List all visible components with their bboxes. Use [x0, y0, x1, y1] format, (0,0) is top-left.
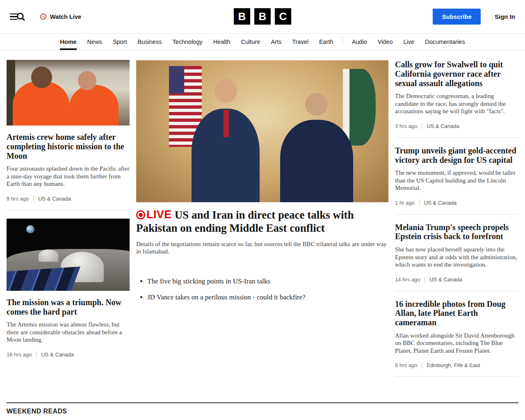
lead-summary: Details of the negotiations remain scarc… — [136, 240, 388, 256]
article-divider — [395, 291, 518, 291]
nav-item-technology[interactable]: Technology — [167, 34, 208, 50]
nav-item-health[interactable]: Health — [208, 34, 236, 50]
artemis-crew-image[interactable] — [7, 60, 130, 126]
article-summary: The new monument, if approved, would be … — [395, 169, 518, 192]
bbc-logo[interactable]: B B C — [234, 8, 291, 25]
center-column: LIVEUS and Iran in direct peace talks wi… — [136, 60, 388, 385]
moon-base-image[interactable] — [7, 219, 130, 291]
article-meta: 8 hrs ago Edinburgh, Fife & East — [395, 362, 518, 368]
subscribe-button[interactable]: Subscribe — [433, 9, 481, 25]
nav-item-business[interactable]: Business — [132, 34, 167, 50]
section-tag-link[interactable]: US & Canada — [419, 200, 457, 206]
article-mission-triumph: The mission was a triumph. Now comes the… — [7, 219, 130, 358]
article-artemis-crew: Artemis crew home safely after completin… — [7, 60, 130, 202]
pakistan-flag — [343, 69, 376, 146]
article-headline[interactable]: Melania Trump's speech propels Epstein c… — [395, 223, 518, 242]
watch-live-link[interactable]: Watch Live — [40, 14, 81, 20]
article-summary: Allan worked alongside Sir David Attenbo… — [395, 332, 518, 354]
nav-item-home[interactable]: Home — [55, 34, 82, 50]
section-tag-link[interactable]: US & Canada — [36, 352, 74, 358]
article-divider — [7, 210, 130, 210]
timestamp: 1 hr ago — [395, 200, 415, 206]
nav-item-arts[interactable]: Arts — [265, 34, 287, 50]
section-tag-link[interactable]: Edinburgh, Fife & East — [422, 362, 480, 368]
article-summary: Four astronauts splashed down in the Pac… — [7, 165, 130, 187]
article-doug-allan: 16 incredible photos from Doug Allan, la… — [395, 299, 518, 369]
article-victory-arch: Trump unveils giant gold-accented victor… — [395, 146, 518, 206]
timestamp: 3 hrs ago — [395, 123, 417, 129]
article-divider — [395, 137, 518, 138]
search-icon — [16, 11, 26, 22]
related-link[interactable]: The five big sticking points in US-Iran … — [147, 277, 388, 285]
live-dot-icon — [136, 210, 145, 219]
section-tag-link[interactable]: US & Canada — [33, 196, 71, 202]
lead-headline[interactable]: LIVEUS and Iran in direct peace talks wi… — [136, 208, 388, 235]
live-label: LIVE — [146, 208, 172, 221]
nav-item-audio[interactable]: Audio — [347, 34, 372, 50]
menu-search-button[interactable] — [10, 11, 26, 22]
nav-item-news[interactable]: News — [82, 34, 107, 50]
timestamp: 16 hrs ago — [7, 352, 32, 358]
related-link[interactable]: JD Vance takes on a perilous mission - c… — [147, 293, 388, 301]
article-melania-epstein: Melania Trump's speech propels Epstein c… — [395, 223, 518, 283]
article-headline[interactable]: Artemis crew home safely after completin… — [7, 132, 130, 160]
bbc-logo-letter: C — [275, 8, 291, 25]
timestamp: 8 hrs ago — [395, 362, 417, 368]
article-summary: The Artemis mission was almost flawless,… — [7, 321, 130, 343]
section-rule — [7, 402, 518, 403]
section-title: WEEKEND READS — [7, 408, 518, 415]
article-meta: 16 hrs ago US & Canada — [7, 352, 130, 358]
nav-divider — [342, 37, 343, 46]
sign-in-link[interactable]: Sign In — [495, 13, 515, 20]
nav-item-sport[interactable]: Sport — [107, 34, 132, 50]
article-divider — [395, 377, 518, 377]
nav-item-live[interactable]: Live — [398, 34, 420, 50]
nav-item-culture[interactable]: Culture — [236, 34, 266, 50]
article-meta: 14 hrs ago US & Canada — [395, 276, 518, 283]
article-meta: 1 hr ago US & Canada — [395, 200, 518, 206]
bbc-logo-letter: B — [234, 8, 250, 25]
bbc-homepage: Watch Live B B C Subscribe Sign In Home … — [0, 0, 525, 420]
article-summary: She has now placed herself squarely into… — [395, 246, 518, 268]
right-column: Calls grow for Swalwell to quit Californ… — [395, 60, 518, 385]
article-headline[interactable]: Trump unveils giant gold-accented victor… — [395, 146, 518, 165]
watch-live-label: Watch Live — [50, 14, 81, 20]
article-meta: 3 hrs ago US & Canada — [395, 123, 518, 129]
article-swalwell: Calls grow for Swalwell to quit Californ… — [395, 60, 518, 129]
nav-item-documentaries[interactable]: Documentaries — [420, 34, 470, 50]
live-ring-icon — [40, 14, 46, 20]
nav-item-travel[interactable]: Travel — [287, 34, 314, 50]
article-summary: The Democratic congressman, a leading ca… — [395, 92, 518, 115]
related-links: The five big sticking points in US-Iran … — [136, 277, 388, 301]
live-badge: LIVE — [136, 208, 172, 221]
primary-nav: Home News Sport Business Technology Heal… — [0, 33, 525, 50]
weekend-reads-section: WEEKEND READS — [0, 402, 525, 420]
bbc-logo-letter: B — [254, 8, 271, 25]
article-divider — [395, 214, 518, 215]
article-headline[interactable]: 16 incredible photos from Doug Allan, la… — [395, 299, 518, 327]
left-column: Artemis crew home safely after completin… — [7, 60, 130, 385]
top-stories-grid: Artemis crew home safely after completin… — [0, 50, 525, 385]
article-meta: 9 hrs ago US & Canada — [7, 196, 130, 202]
timestamp: 14 hrs ago — [395, 276, 420, 283]
nav-item-earth[interactable]: Earth — [314, 34, 339, 50]
timestamp: 9 hrs ago — [7, 196, 29, 202]
article-headline[interactable]: The mission was a triumph. Now comes the… — [7, 298, 130, 317]
section-tag-link[interactable]: US & Canada — [425, 276, 462, 283]
article-headline[interactable]: Calls grow for Swalwell to quit Californ… — [395, 60, 518, 88]
vance-sharif-handshake-image[interactable] — [136, 60, 388, 202]
top-bar: Watch Live B B C Subscribe Sign In — [0, 0, 525, 33]
nav-item-video[interactable]: Video — [372, 34, 398, 50]
section-tag-link[interactable]: US & Canada — [422, 123, 459, 129]
